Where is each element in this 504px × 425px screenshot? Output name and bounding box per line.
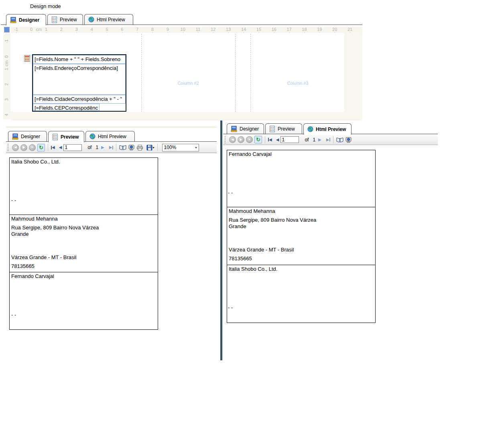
last-page-button[interactable]: ▶ <box>109 145 113 149</box>
page-number-input[interactable] <box>63 144 82 151</box>
label-name: Fernando Carvajal <box>11 273 54 280</box>
label-city: - - <box>11 312 16 318</box>
print-layout-button[interactable] <box>336 137 343 143</box>
first-page-button[interactable]: ◀ <box>51 145 55 149</box>
save-icon <box>146 145 152 151</box>
cep-expression-textbox[interactable]: [=Fields.CEPCorrespodênc <box>33 104 100 111</box>
page-count-label: 1 <box>313 137 315 143</box>
tab-label: Preview <box>278 126 295 132</box>
ruler-label: -1 <box>4 39 9 44</box>
back-button[interactable]: ◀ <box>12 144 19 151</box>
tab-label: Preview <box>60 17 77 22</box>
toolbar-grip[interactable] <box>225 136 227 143</box>
preview-toolbar: ◀ ▶ ✕ ↻ ◀ ◀ of 1 ▶ ▶ <box>6 142 217 153</box>
ruler-label: 16 <box>272 27 276 32</box>
ruler-label: 4 <box>90 27 93 32</box>
tab-designer[interactable]: Designer <box>8 131 47 141</box>
next-page-icon: ▶ <box>101 145 104 149</box>
ruler-label: 13 <box>226 27 231 32</box>
combo-arrow-icon: ▾ <box>195 146 197 149</box>
stop-icon: ✕ <box>248 138 251 141</box>
previous-page-button[interactable]: ◀ <box>59 145 62 149</box>
zoom-select[interactable]: 100% ▾ <box>162 144 199 151</box>
ruler-label: 1 <box>45 27 47 32</box>
print-layout-icon <box>336 137 343 143</box>
next-page-button[interactable]: ▶ <box>101 145 104 149</box>
last-page-button[interactable]: ▶ <box>326 138 330 142</box>
column-guide <box>250 34 251 112</box>
ruler-label: 18 <box>302 27 307 32</box>
back-button[interactable]: ◀ <box>229 136 236 143</box>
label-city: - - <box>228 190 233 196</box>
toolbar-grip[interactable] <box>8 144 10 151</box>
refresh-button[interactable]: ↻ <box>37 144 45 151</box>
stop-icon: ✕ <box>31 146 34 149</box>
ruler-label: 3 <box>75 27 78 32</box>
stop-button[interactable]: ✕ <box>29 144 36 151</box>
column3-label: Column #3 <box>274 81 322 86</box>
ruler-label: 2 <box>4 82 9 87</box>
last-page-icon: ▶ <box>326 138 329 142</box>
toolbar-separator <box>333 136 333 143</box>
ruler-label: 20 <box>332 27 337 32</box>
design-mode-label: Design mode <box>30 3 61 9</box>
column-guide <box>235 34 236 112</box>
label-name: Italia Shobo Co., Ltd. <box>229 266 277 272</box>
ruler-label: -1 <box>14 27 18 32</box>
tab-designer[interactable]: Designer <box>227 123 264 134</box>
report-preview-icon <box>269 126 275 132</box>
ruler-label: 2 <box>60 27 63 32</box>
print-button[interactable] <box>136 145 143 151</box>
previous-page-button[interactable]: ◀ <box>276 138 279 142</box>
export-save-button[interactable]: ▾ <box>146 145 154 151</box>
tab-label: Html Preview <box>98 134 126 139</box>
ruler-label: 1 <box>4 66 9 72</box>
first-page-button[interactable]: ◀ <box>268 138 272 142</box>
address-label-block: Italia Shobo Co., Ltd. - - <box>227 265 376 323</box>
forward-button[interactable]: ▶ <box>20 144 27 151</box>
label-table-container[interactable]: [=Fields.Nome + " " + Fields.Sobreno [=F… <box>32 54 126 112</box>
zoom-value: 100% <box>164 145 177 150</box>
page-setup-button[interactable] <box>345 137 352 143</box>
ruler-label: 5 <box>106 27 108 32</box>
panel-splitter[interactable] <box>220 121 222 360</box>
refresh-button[interactable]: ↻ <box>254 136 262 143</box>
forward-button[interactable]: ▶ <box>238 136 244 143</box>
ruler-label: 0 <box>4 54 9 59</box>
tab-html-preview[interactable]: Html Preview <box>85 131 135 141</box>
ruler-label: 0 <box>30 27 33 32</box>
next-page-button[interactable]: ▶ <box>318 138 321 142</box>
address-expression-textbox[interactable]: [=Fields.EndereçoCorrespondência] <box>33 64 126 95</box>
ruler-corner <box>4 27 10 33</box>
name-expression-textbox[interactable]: [=Fields.Nome + " " + Fields.Sobreno <box>33 55 126 64</box>
of-label: of <box>87 145 91 150</box>
page-number-input[interactable] <box>280 136 299 143</box>
label-city: Várzea Grande - MT - Brasil <box>229 247 294 253</box>
tab-designer[interactable]: Designer <box>6 14 46 25</box>
page-setup-button[interactable] <box>128 144 135 151</box>
canvas-margin-bottom <box>10 112 344 121</box>
tab-label: Preview <box>61 134 79 140</box>
tab-preview[interactable]: Preview <box>265 123 302 134</box>
stop-button[interactable]: ✕ <box>246 136 253 143</box>
table-icon[interactable] <box>24 55 30 62</box>
city-expression-textbox[interactable]: [=Fields.CidadeCorrespodência + " - " <box>33 95 126 104</box>
address-label-block: Mahmoud Mehanna Rua Sergipe, 809 Bairro … <box>227 207 376 265</box>
label-name: Fernando Carvajal <box>229 151 272 157</box>
tabstrip-border <box>6 141 217 142</box>
tab-label: Designer <box>19 17 39 23</box>
ruler-label: 19 <box>317 27 322 32</box>
previous-page-icon: ◀ <box>59 145 62 149</box>
tab-html-preview[interactable]: Html Preview <box>84 14 133 25</box>
label-cep: 78135665 <box>11 263 35 270</box>
ruler-label: 7 <box>136 27 138 32</box>
label-city: - - <box>11 197 16 204</box>
tab-html-preview[interactable]: Html Preview <box>303 123 352 135</box>
ruler-label: 12 <box>211 27 215 32</box>
page-count-label: 1 <box>96 145 98 150</box>
back-icon: ◀ <box>14 146 16 149</box>
ruler-label: 11 <box>196 27 200 32</box>
tab-preview[interactable]: Preview <box>47 14 83 25</box>
tab-preview[interactable]: Preview <box>48 131 84 142</box>
print-layout-button[interactable] <box>119 145 126 150</box>
